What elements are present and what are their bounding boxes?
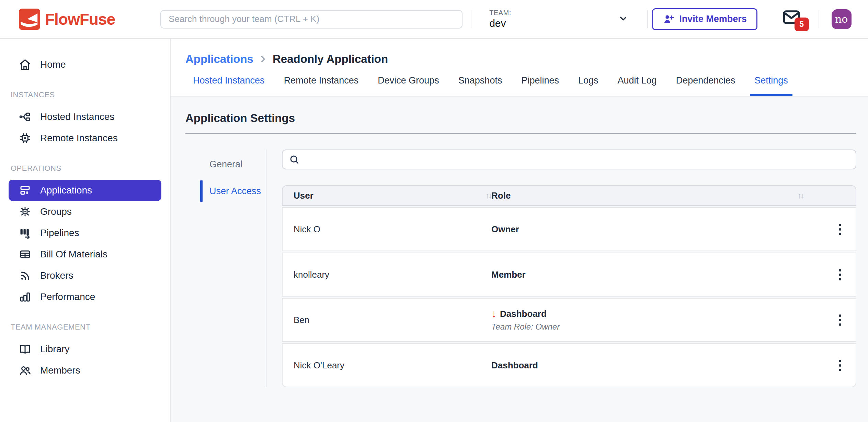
sidebar-section-team-management: TEAM MANAGEMENT	[11, 323, 161, 332]
sidebar-item-label: Groups	[40, 206, 72, 217]
user-role-table: User ↑↓ Role ↑↓ Nick O Owner	[282, 185, 856, 387]
sidebar-item-label: Remote Instances	[40, 133, 118, 144]
user-cell: Nick O	[283, 224, 491, 235]
team-role-note: Team Role: Owner	[491, 322, 824, 332]
remote-instances-icon	[19, 132, 31, 144]
column-header-role[interactable]: Role ↑↓	[491, 190, 824, 201]
sort-icon[interactable]: ↑↓	[798, 191, 803, 200]
notifications-button[interactable]: 5	[781, 7, 809, 31]
sidebar-item-applications[interactable]: Applications	[9, 180, 161, 201]
column-header-user[interactable]: User ↑↓	[283, 190, 491, 201]
members-icon	[19, 364, 31, 377]
flowfuse-logo[interactable]: FlowFuse	[19, 9, 115, 30]
global-search	[160, 10, 462, 29]
tab-pipelines[interactable]: Pipelines	[517, 75, 563, 96]
team-selector[interactable]: TEAM: dev	[489, 9, 647, 29]
brokers-icon	[19, 269, 31, 282]
sidebar-item-label: Performance	[40, 291, 95, 302]
user-cell: knolleary	[283, 269, 491, 280]
row-menu-button[interactable]	[835, 311, 845, 329]
global-search-input[interactable]	[160, 10, 462, 29]
table-row: knolleary Member	[282, 253, 856, 297]
application-tabbar: Hosted Instances Remote Instances Device…	[171, 75, 868, 96]
sidebar-item-home[interactable]: Home	[9, 54, 161, 75]
hosted-instances-icon	[19, 111, 31, 123]
settings-content: Application Settings General User Access…	[171, 96, 868, 422]
sidebar-item-label: Library	[40, 344, 70, 355]
breadcrumb-applications-link[interactable]: Applications	[185, 53, 253, 66]
header-divider	[471, 10, 471, 28]
sidebar-item-remote-instances[interactable]: Remote Instances	[9, 127, 161, 149]
sidebar-item-label: Members	[40, 365, 80, 376]
subnav-item-user-access[interactable]: User Access	[200, 180, 266, 202]
team-label: TEAM:	[489, 9, 511, 17]
breadcrumb-current: Readonly Application	[273, 53, 388, 66]
home-icon	[19, 58, 31, 71]
tab-settings[interactable]: Settings	[750, 75, 792, 96]
invite-members-label: Invite Members	[679, 14, 747, 24]
sidebar-item-label: Brokers	[40, 270, 73, 281]
header-divider	[819, 10, 819, 28]
row-menu-button[interactable]	[835, 220, 845, 238]
sidebar-item-pipelines[interactable]: Pipelines	[9, 222, 161, 244]
heading-divider	[185, 133, 856, 134]
team-name: dev	[489, 18, 511, 29]
column-label: Role	[491, 190, 511, 201]
subnav-item-general[interactable]: General	[200, 153, 266, 176]
applications-icon	[19, 184, 31, 197]
tab-logs[interactable]: Logs	[574, 75, 603, 96]
sidebar-item-members[interactable]: Members	[9, 360, 161, 381]
sidebar-section-operations: OPERATIONS	[11, 164, 161, 173]
performance-icon	[19, 291, 31, 303]
sort-icon[interactable]: ↑↓	[486, 191, 491, 200]
breadcrumb: Applications Readonly Application	[171, 39, 868, 66]
row-menu-button[interactable]	[835, 356, 845, 375]
tab-hosted-instances[interactable]: Hosted Instances	[189, 75, 269, 96]
main-area: Applications Readonly Application Hosted…	[171, 39, 868, 422]
sidebar-section-instances: INSTANCES	[11, 90, 161, 99]
table-row: Ben ↓ Dashboard Team Role: Owner	[282, 298, 856, 342]
invite-members-button[interactable]: Invite Members	[652, 8, 757, 30]
role-cell: Member	[491, 269, 824, 280]
pipelines-icon	[19, 227, 31, 239]
tab-remote-instances[interactable]: Remote Instances	[279, 75, 363, 96]
settings-subnav: General User Access	[185, 149, 266, 387]
sidebar-item-groups[interactable]: Groups	[9, 201, 161, 222]
column-label: User	[294, 190, 313, 201]
sidebar-item-bill-of-materials[interactable]: Bill Of Materials	[9, 244, 161, 265]
role-cell: Dashboard	[491, 360, 824, 371]
user-access-panel: User ↑↓ Role ↑↓ Nick O Owner	[266, 149, 856, 387]
table-row: Nick O'Leary Dashboard	[282, 343, 856, 387]
role-cell: Owner	[491, 224, 824, 235]
chevron-down-icon	[618, 13, 628, 25]
user-search	[282, 149, 856, 169]
user-search-input[interactable]	[305, 150, 849, 169]
user-avatar[interactable]: no	[832, 9, 852, 29]
header-divider	[647, 10, 648, 28]
sidebar-item-performance[interactable]: Performance	[9, 286, 161, 308]
role-label: Dashboard	[500, 309, 547, 319]
sidebar-item-hosted-instances[interactable]: Hosted Instances	[9, 106, 161, 127]
flowfuse-logo-icon	[19, 9, 40, 30]
tab-dependencies[interactable]: Dependencies	[672, 75, 740, 96]
sidebar-item-brokers[interactable]: Brokers	[9, 265, 161, 286]
user-cell: Nick O'Leary	[283, 360, 491, 371]
app-header: FlowFuse TEAM: dev Invite Members 5	[0, 0, 868, 39]
groups-icon	[19, 206, 31, 218]
sidebar-item-label: Hosted Instances	[40, 111, 114, 122]
user-cell: Ben	[283, 315, 491, 325]
sidebar: Home INSTANCES Hosted Instances Remote I…	[0, 39, 171, 422]
sidebar-item-label: Bill Of Materials	[40, 249, 107, 260]
row-menu-button[interactable]	[835, 266, 845, 284]
table-header: User ↑↓ Role ↑↓	[282, 185, 856, 206]
bill-of-materials-icon	[19, 248, 31, 260]
tab-audit-log[interactable]: Audit Log	[613, 75, 661, 96]
chevron-right-icon	[258, 54, 268, 64]
library-icon	[19, 343, 31, 355]
sidebar-item-library[interactable]: Library	[9, 338, 161, 360]
table-row: Nick O Owner	[282, 207, 856, 251]
sidebar-item-label: Applications	[40, 185, 92, 196]
tab-device-groups[interactable]: Device Groups	[373, 75, 444, 96]
search-icon	[289, 154, 300, 165]
tab-snapshots[interactable]: Snapshots	[454, 75, 507, 96]
